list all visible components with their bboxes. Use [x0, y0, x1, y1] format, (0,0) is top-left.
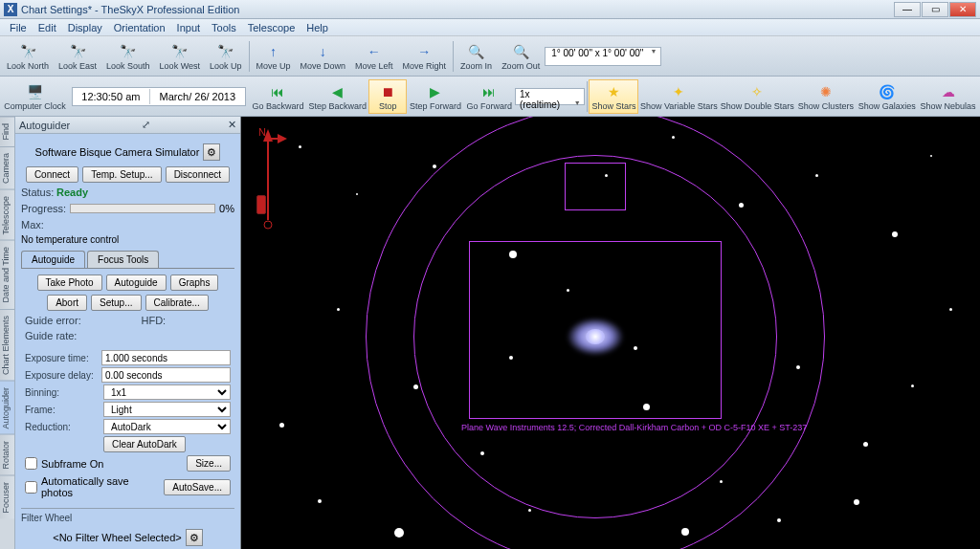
panel-undock-icon[interactable]: ⤢ [142, 119, 150, 131]
zoom-in-button[interactable]: 🔍Zoom In [456, 39, 497, 74]
menu-telescope[interactable]: Telescope [242, 20, 301, 35]
progress-bar [70, 204, 215, 213]
tab-autoguide[interactable]: Autoguide [21, 251, 85, 268]
menu-file[interactable]: File [4, 20, 33, 35]
svg-marker-3 [278, 134, 287, 143]
tab-telescope[interactable]: Telescope [0, 189, 14, 241]
reduction-label: Reduction: [25, 422, 100, 432]
menu-edit[interactable]: Edit [33, 20, 62, 35]
gear-icon: ⚙ [189, 532, 199, 544]
star [949, 308, 952, 311]
frame-select[interactable]: Light [103, 402, 231, 417]
step-backward-button[interactable]: ◀Step Backward [306, 79, 368, 114]
sky-chart[interactable]: N [241, 117, 980, 549]
camera-settings-button[interactable]: ⚙ [203, 143, 220, 161]
main-area: Find Camera Telescope Date and Time Char… [0, 117, 980, 549]
look-up-button[interactable]: 🔭Look Up [205, 39, 247, 74]
look-west-button[interactable]: 🔭Look West [155, 39, 205, 74]
minimize-button[interactable]: — [894, 2, 921, 17]
star [279, 423, 284, 428]
show-galaxies-button[interactable]: 🌀Show Galaxies [856, 79, 918, 114]
look-east-button[interactable]: 🔭Look East [54, 39, 101, 74]
tab-rotator[interactable]: Rotator [0, 434, 14, 475]
move-right-button[interactable]: →Move Right [398, 39, 452, 74]
panel-close-icon[interactable]: ✕ [228, 119, 236, 131]
autoguider-panel: Autoguider ⤢ ✕ Software Bisque Camera Si… [15, 117, 241, 549]
graphs-button[interactable]: Graphs [170, 274, 219, 291]
subframe-checkbox[interactable] [25, 457, 37, 470]
zoom-out-button[interactable]: 🔍Zoom Out [497, 39, 545, 74]
rate-select[interactable]: 1x (realtime) [515, 88, 585, 105]
time-input[interactable] [73, 89, 149, 104]
move-up-button[interactable]: ↑Move Up [252, 39, 296, 74]
binoculars-icon: 🔭 [119, 42, 138, 61]
autoguide-button[interactable]: Autoguide [106, 274, 167, 291]
close-button[interactable]: ✕ [949, 2, 976, 17]
computer-clock-button[interactable]: 🖥️Computer Clock [2, 79, 68, 114]
show-double-stars-button[interactable]: ✧Show Double Stars [719, 79, 795, 114]
setup-button[interactable]: Setup... [91, 295, 141, 311]
panel-title: Autoguider [19, 120, 70, 131]
menu-help[interactable]: Help [301, 20, 334, 35]
progress-label: Progress: [21, 203, 66, 214]
abort-button[interactable]: Abort [47, 295, 87, 311]
status-value: Ready [56, 187, 88, 198]
size-button[interactable]: Size... [187, 455, 231, 472]
show-stars-button[interactable]: ★Show Stars [589, 79, 638, 114]
star [930, 155, 932, 157]
menu-tools[interactable]: Tools [206, 20, 242, 35]
tab-find[interactable]: Find [0, 117, 14, 146]
tab-camera[interactable]: Camera [0, 146, 14, 189]
maximize-button[interactable]: ▭ [922, 2, 948, 17]
show-variable-stars-button[interactable]: ✦Show Variable Stars [638, 79, 719, 114]
arrow-left-icon: ← [365, 42, 384, 61]
autosave-button[interactable]: AutoSave... [164, 479, 231, 495]
move-left-button[interactable]: ←Move Left [350, 39, 398, 74]
tab-focuser[interactable]: Focuser [0, 475, 14, 519]
step-forward-button[interactable]: ▶Step Forward [407, 79, 463, 114]
toolbar-look: 🔭Look North 🔭Look East 🔭Look South 🔭Look… [0, 36, 980, 77]
menu-display[interactable]: Display [62, 20, 108, 35]
orientation-slider[interactable] [256, 195, 266, 214]
show-nebulas-button[interactable]: ☁Show Nebulas [918, 79, 978, 114]
go-backward-button[interactable]: ⏮Go Backward [250, 79, 306, 114]
connect-button[interactable]: Connect [26, 166, 78, 183]
exposure-delay-label: Exposure delay: [25, 370, 98, 381]
reduction-select[interactable]: AutoDark [103, 419, 231, 434]
go-forward-button[interactable]: ⏭Go Forward [464, 79, 515, 114]
clear-autodark-button[interactable]: Clear AutoDark [103, 436, 186, 452]
tab-focus-tools[interactable]: Focus Tools [87, 251, 159, 268]
tab-chart-elements[interactable]: Chart Elements [0, 309, 14, 381]
compass-indicator: N [249, 124, 287, 239]
guide-error-label: Guide error: [25, 315, 81, 326]
camera-name: Software Bisque Camera Simulator [35, 146, 200, 158]
star [892, 231, 898, 237]
calibrate-button[interactable]: Calibrate... [145, 295, 209, 311]
window-title: Chart Settings* - TheSkyX Professional E… [21, 4, 894, 15]
look-north-button[interactable]: 🔭Look North [2, 39, 54, 74]
star-icon: ★ [604, 82, 623, 101]
look-south-button[interactable]: 🔭Look South [101, 39, 155, 74]
binning-select[interactable]: 1x1 [103, 384, 231, 400]
tab-autoguider[interactable]: Autoguider [0, 381, 14, 435]
stop-button[interactable]: ⏹Stop [368, 79, 407, 114]
binoculars-icon: 🔭 [216, 42, 235, 61]
menu-input[interactable]: Input [171, 20, 206, 35]
fov-select[interactable]: 1° 00' 00" x 1° 00' 00" [545, 47, 661, 66]
tab-date-time[interactable]: Date and Time [0, 240, 14, 309]
binoculars-icon: 🔭 [170, 42, 189, 61]
menu-orientation[interactable]: Orientation [108, 20, 171, 35]
take-photo-button[interactable]: Take Photo [37, 274, 102, 291]
show-clusters-button[interactable]: ✺Show Clusters [795, 79, 856, 114]
disconnect-button[interactable]: Disconnect [166, 166, 230, 183]
exposure-delay-input[interactable] [101, 367, 231, 383]
exposure-time-input[interactable] [101, 350, 231, 365]
star [911, 384, 914, 387]
star [854, 499, 859, 505]
date-input[interactable] [149, 89, 245, 104]
filter-wheel-settings-button[interactable]: ⚙ [186, 529, 203, 546]
autosave-checkbox[interactable] [25, 481, 37, 494]
zoom-out-icon: 🔍 [511, 42, 530, 61]
temp-setup-button[interactable]: Temp. Setup... [82, 166, 161, 183]
move-down-button[interactable]: ↓Move Down [296, 39, 351, 74]
